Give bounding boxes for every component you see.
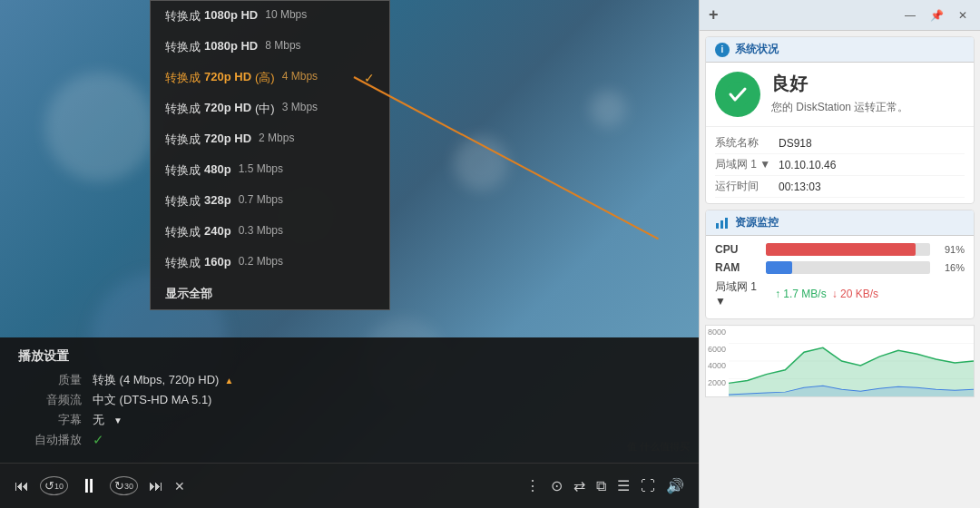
status-ok-icon [715, 72, 760, 117]
autoplay-value[interactable]: ✓ [93, 432, 104, 448]
player-controls: ⏮ ↺10 ⏸ ↻30 ⏭ ✕ ⋮ ⊙ ⇄ ⧉ ☰ ⛶ 🔊 [0, 463, 699, 508]
net-up-speed: ↑ 1.7 MB/s [775, 288, 827, 300]
status-sub: 您的 DiskStation 运转正常。 [771, 100, 908, 115]
dropdown-item-label-5: 转换成 480p 1.5 Mbps [165, 162, 283, 179]
cpu-bar-fill [766, 243, 916, 256]
add-widget-btn[interactable]: + [709, 5, 719, 24]
dropdown-item-label-0: 转换成 1080p HD 10 Mbps [165, 8, 307, 24]
minimize-btn[interactable]: — [901, 7, 919, 24]
volume-btn[interactable]: 🔊 [666, 477, 684, 494]
net-value: 10.10.10.46 [779, 157, 836, 172]
subtitle-value[interactable]: 无 ▼ [93, 412, 122, 428]
info-row-sysname: 系统名称 DS918 [715, 132, 965, 154]
dropdown-item-7[interactable]: 转换成 240p 0.3 Mbps [151, 217, 389, 248]
stop-btn[interactable]: ✕ [174, 479, 185, 493]
cpu-bar-bg [766, 243, 930, 256]
dropdown-item-1[interactable]: 转换成 1080p HD 8 Mbps [151, 32, 389, 63]
pin-btn[interactable]: 📌 [926, 7, 947, 24]
right-panel-header: + — 📌 ✕ [700, 0, 980, 31]
dropdown-item-5[interactable]: 转换成 480p 1.5 Mbps [151, 155, 389, 186]
y-label-6000: 6000 [708, 345, 726, 354]
forward-btn[interactable]: ↻30 [110, 476, 138, 495]
dropdown-item-4[interactable]: 转换成 720p HD 2 Mbps [151, 124, 389, 155]
settings-panel: 播放设置 质量 转换 (4 Mbps, 720p HD) ▲ 音频流 中文 (D… [0, 337, 699, 463]
status-body: 良好 您的 DiskStation 运转正常。 [706, 63, 974, 126]
play-pause-btn[interactable]: ⏸ [79, 474, 99, 498]
dropdown-item-8[interactable]: 转换成 160p 0.2 Mbps [151, 248, 389, 278]
net-label[interactable]: 局域网 1 ▼ [715, 157, 779, 172]
system-status-section: i 系统状况 良好 您的 DiskStation 运转正常。 系统名称 DS91… [705, 36, 975, 204]
shuffle-btn[interactable]: ⇄ [573, 477, 585, 494]
skip-prev-btn[interactable]: ⏮ [15, 478, 29, 494]
subtitle-dropdown-arrow: ▼ [113, 415, 122, 425]
quality-value[interactable]: 转换 (4 Mbps, 720p HD) ▲ [93, 372, 233, 388]
net-monitor-label[interactable]: 局域网 1 ▼ [715, 279, 769, 308]
chart-y-labels: 8000 6000 4000 2000 [708, 326, 726, 396]
dropdown-item-label-3: 转换成 720p HD (中) 3 Mbps [165, 101, 318, 117]
grid-btn[interactable]: ⧉ [596, 478, 606, 494]
dropdown-item-label-8: 转换成 160p 0.2 Mbps [165, 255, 283, 271]
network-chart: 8000 6000 4000 2000 [705, 325, 975, 397]
dropdown-item-label-1: 转换成 1080p HD 8 Mbps [165, 39, 301, 55]
svg-rect-1 [716, 223, 719, 229]
dropdown-item-label-2: 转换成 720p HD (高) 4 Mbps [165, 70, 318, 86]
settings-audio-row: 音频流 中文 (DTS-HD MA 5.1) [18, 392, 681, 408]
net-down-speed: ↓ 20 KB/s [832, 288, 878, 300]
controls-left: ⏮ ↺10 ⏸ ↻30 ⏭ ✕ [15, 474, 185, 498]
sysname-value: DS918 [779, 135, 812, 151]
info-grid: 系统名称 DS918 局域网 1 ▼ 10.10.10.46 运行时间 00:1… [706, 126, 974, 203]
system-status-header: i 系统状况 [706, 37, 974, 63]
subtitle-label: 字幕 [18, 412, 82, 428]
settings-rows: 质量 转换 (4 Mbps, 720p HD) ▲ 音频流 中文 (DTS-HD… [18, 372, 681, 448]
ram-row: RAM 16% [715, 261, 965, 274]
cpu-label: CPU [715, 243, 760, 256]
uptime-label: 运行时间 [715, 179, 779, 194]
y-label-8000: 8000 [708, 327, 726, 337]
settings-quality-row: 质量 转换 (4 Mbps, 720p HD) ▲ [18, 372, 681, 388]
chart-svg [729, 326, 974, 396]
ram-pct: 16% [936, 262, 965, 273]
header-controls: — 📌 ✕ [901, 7, 971, 24]
resource-body: CPU 91% RAM 16% 局域网 1 ▼ ↑ 1.7 MB/s ↓ 20 … [706, 236, 974, 318]
sysname-label: 系统名称 [715, 135, 779, 151]
info-row-uptime: 运行时间 00:13:03 [715, 176, 965, 198]
dropdown-item-6[interactable]: 转换成 328p 0.7 Mbps [151, 186, 389, 217]
ram-bar-bg [766, 261, 930, 274]
settings-title: 播放设置 [18, 348, 681, 365]
resource-monitor-section: 资源监控 CPU 91% RAM 16% 局域网 1 ▼ ↑ 1.7 MB/s … [705, 210, 975, 319]
dropdown-item-label-4: 转换成 720p HD 2 Mbps [165, 132, 294, 148]
y-label-2000: 2000 [708, 378, 726, 387]
settings-autoplay-row: 自动播放 ✓ [18, 432, 681, 448]
resource-monitor-title: 资源监控 [735, 215, 779, 230]
quality-value-text: 转换 (4 Mbps, 720p HD) [93, 372, 219, 388]
y-label-4000: 4000 [708, 361, 726, 370]
audio-label: 音频流 [18, 392, 82, 408]
svg-point-0 [725, 82, 750, 107]
dropdown-item-label-9: 显示全部 [165, 286, 212, 302]
audio-value-text: 中文 (DTS-HD MA 5.1) [93, 392, 211, 408]
pip-btn[interactable]: ⊙ [551, 477, 563, 494]
right-panel: + — 📌 ✕ i 系统状况 良好 您的 DiskStation 运转正常。 [699, 0, 980, 508]
rewind-btn[interactable]: ↺10 [40, 476, 68, 495]
dropdown-item-0[interactable]: 转换成 1080p HD 10 Mbps [151, 1, 389, 32]
subtitle-value-text: 无 [93, 412, 104, 428]
skip-next-btn[interactable]: ⏭ [149, 478, 163, 494]
more-options-btn[interactable]: ⋮ [525, 477, 540, 494]
cpu-pct: 91% [936, 244, 965, 255]
dropdown-item-3[interactable]: 转换成 720p HD (中) 3 Mbps [151, 93, 389, 124]
network-row: 局域网 1 ▼ ↑ 1.7 MB/s ↓ 20 KB/s [715, 279, 965, 308]
dropdown-item-label-6: 转换成 328p 0.7 Mbps [165, 193, 283, 210]
audio-value: 中文 (DTS-HD MA 5.1) [93, 392, 211, 408]
list-btn[interactable]: ☰ [617, 477, 630, 494]
dropdown-item-9[interactable]: 显示全部 [151, 278, 389, 309]
header-close-btn[interactable]: ✕ [955, 7, 971, 24]
status-info: 良好 您的 DiskStation 运转正常。 [771, 72, 908, 115]
fullscreen-btn[interactable]: ⛶ [641, 478, 655, 494]
info-row-net: 局域网 1 ▼ 10.10.10.46 [715, 154, 965, 176]
status-text: 良好 [771, 72, 908, 96]
settings-subtitle-row: 字幕 无 ▼ [18, 412, 681, 428]
svg-rect-3 [725, 218, 728, 229]
quality-dropdown: 转换成 1080p HD 10 Mbps 转换成 1080p HD 8 Mbps… [150, 0, 390, 310]
quality-arrow: ▲ [224, 376, 233, 386]
autoplay-checkbox: ✓ [93, 432, 104, 448]
